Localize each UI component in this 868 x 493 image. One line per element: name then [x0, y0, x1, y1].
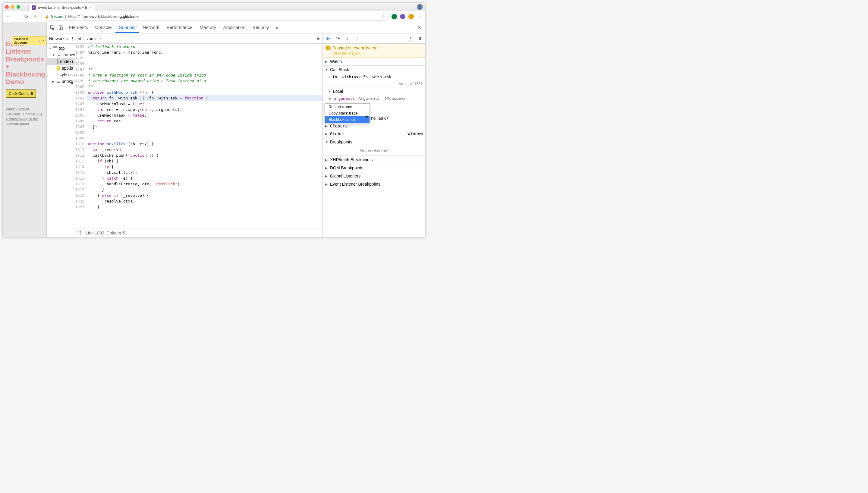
context-menu-item[interactable]: Blackbox script [325, 116, 369, 123]
extension-icon[interactable] [391, 14, 397, 19]
extension-icon[interactable] [400, 14, 405, 19]
resume-button[interactable] [325, 36, 331, 42]
stack-frame[interactable]: ➔ fn._withTask.fn._withTask [323, 73, 425, 81]
devtools-tab-security[interactable]: Security [249, 22, 273, 33]
more-tabs-icon[interactable]: » [273, 22, 281, 33]
browser-tab[interactable]: ≋ Event Listener Breakpoints + B × [28, 4, 95, 11]
section-title: Breakpoints [330, 140, 352, 144]
callstack-section-header[interactable]: ▼Call Stack [323, 66, 425, 73]
home-button[interactable]: ⌂ [32, 14, 38, 20]
step-over-button[interactable]: ↷ [335, 36, 341, 42]
pause-reason: Paused on event listener [332, 45, 379, 50]
deactivate-breakpoints-button[interactable]: ⧸ [407, 36, 413, 42]
dom-breakpoints-header[interactable]: ▶DOM Breakpoints [323, 164, 425, 172]
cloud-icon: ☁ [57, 52, 61, 57]
tree-origin[interactable]: ▼ ☁ framework-bla [47, 51, 75, 58]
scope-variable[interactable]: ▶arguments: Arguments [MouseEve [323, 95, 425, 102]
window-zoom[interactable] [17, 5, 20, 9]
breakpoints-section-header[interactable]: ▼Breakpoints [323, 138, 425, 146]
section-title: DOM Breakpoints [330, 166, 363, 170]
scope-title: Local [333, 89, 343, 94]
profile-avatar-icon[interactable]: 👤 [417, 4, 423, 10]
editor-tab-close-icon[interactable]: × [100, 36, 102, 41]
tree-top[interactable]: ▼ top [47, 45, 75, 51]
tree-file[interactable]: app.js [47, 65, 75, 71]
pause-banner: iPaused on event listener BUTTON.click [323, 44, 425, 58]
doc-file-icon [57, 59, 59, 64]
device-icon[interactable] [57, 24, 65, 31]
section-title: Watch [330, 59, 342, 64]
devtools-tab-network[interactable]: Network [139, 22, 163, 33]
chevron-down-icon: ▼ [325, 68, 328, 71]
tree-label: app.js [62, 66, 73, 70]
editor-nav-back-icon[interactable]: ◀ [75, 34, 84, 43]
chevron-right-icon: ▶ [325, 158, 328, 162]
devtools-tab-application[interactable]: Application [220, 22, 249, 33]
star-icon[interactable]: ☆ [382, 14, 385, 19]
xhr-breakpoints-header[interactable]: ▶XHR/fetch Breakpoints [323, 156, 425, 164]
code-area[interactable]: // fallback to macromicroTimerFunc = mac… [87, 44, 323, 228]
navigator-more-icon[interactable]: » [66, 36, 69, 41]
navigator-tab[interactable]: Network [49, 36, 65, 41]
resume-icon[interactable]: ▸ [39, 39, 40, 43]
window-close[interactable] [5, 5, 9, 9]
scope-local-header[interactable]: ▼Local [323, 87, 425, 95]
chevron-right-icon: ▶ [325, 125, 328, 128]
event-listener-breakpoints-header[interactable]: ▶Event Listener Breakpoints [323, 180, 425, 188]
tab-close-icon[interactable]: × [89, 5, 92, 10]
frame-location: vue.js:1802 [399, 82, 423, 86]
global-listeners-header[interactable]: ▶Global Listeners [323, 172, 425, 180]
scope-global-header[interactable]: ▶GlobalWindow [323, 130, 425, 138]
pretty-print-icon[interactable]: { } [78, 231, 81, 235]
devtools-tab-sources[interactable]: Sources [115, 22, 139, 33]
debugger-toolbar: ↷ ↓ ↑ ⧸ ⏸ [323, 34, 425, 44]
back-button[interactable]: ← [5, 14, 11, 20]
inspect-icon[interactable] [48, 24, 56, 31]
devtools-tab-memory[interactable]: Memory [196, 22, 220, 33]
chevron-right-icon: ▶ [52, 80, 55, 83]
forward-button[interactable]: → [14, 14, 20, 20]
tree-label: (index) [60, 59, 73, 64]
step-icon[interactable]: ↷ [42, 39, 44, 43]
editor-pane: ◀ vue.js × ▶ 179317941795179617971798179… [75, 34, 323, 237]
tree-origin[interactable]: ▶ ☁ unpkg.com [47, 78, 75, 85]
tab-strip: ≋ Event Listener Breakpoints + B × [28, 3, 104, 11]
scope-closure-header[interactable]: ▶Closure [323, 122, 425, 130]
tree-file[interactable]: (index) [47, 58, 75, 65]
navigator-header: Network » ⋮ [47, 34, 75, 44]
context-menu: Restart frameCopy stack traceBlackbox sc… [325, 103, 370, 123]
url-bar[interactable]: 🔒 Secure | https://framework-blackboxing… [41, 13, 389, 21]
section-title: Event Listener Breakpoints [330, 182, 381, 187]
navigator-pane: Network » ⋮ ▼ top ▼ ☁ framewor [47, 34, 75, 237]
devtools-menu-icon[interactable]: ⋮ [343, 24, 353, 31]
click-count-button[interactable]: Click Count: 5 [6, 89, 36, 98]
info-icon: i [326, 45, 331, 50]
step-into-button[interactable]: ↓ [345, 36, 350, 42]
menu-icon[interactable]: ⋮ [417, 14, 423, 20]
svg-rect-3 [330, 37, 330, 40]
reload-button[interactable]: ⟳ [23, 14, 29, 20]
devtools-tab-console[interactable]: Console [92, 22, 115, 33]
devtools-close-icon[interactable]: × [415, 24, 424, 31]
context-menu-item[interactable]: Restart frame [325, 104, 369, 110]
window-minimize[interactable] [11, 5, 15, 9]
titlebar: ≋ Event Listener Breakpoints + B × 👤 [3, 3, 425, 11]
tree-file[interactable]: style.css [47, 71, 75, 78]
devtools-tab-elements[interactable]: Elements [65, 22, 92, 33]
devtools-tab-performance[interactable]: Performance [163, 22, 196, 33]
step-out-button[interactable]: ↑ [354, 36, 360, 42]
context-menu-item[interactable]: Copy stack trace [325, 110, 369, 116]
editor-nav-fwd-icon[interactable]: ▶ [314, 34, 323, 43]
editor-tab-name: vue.js [87, 36, 97, 41]
page-link[interactable]: What's New In DevTools (Chrome 66) > Bla… [6, 107, 43, 127]
line-gutter: 1793179417951796179717981799180018011802… [75, 44, 87, 228]
paused-overlay: Paused in debugger ▸ ↷ [12, 36, 46, 45]
url-scheme: https:// [68, 14, 80, 19]
navigator-menu-icon[interactable]: ⋮ [70, 36, 75, 41]
extension-icon[interactable] [408, 14, 414, 19]
chevron-down-icon: ▼ [325, 141, 328, 144]
pause-exceptions-button[interactable]: ⏸ [417, 36, 423, 42]
editor-tab[interactable]: vue.js × [84, 34, 105, 43]
new-tab-button[interactable] [97, 5, 104, 11]
watch-section-header[interactable]: ▶Watch [323, 58, 425, 65]
